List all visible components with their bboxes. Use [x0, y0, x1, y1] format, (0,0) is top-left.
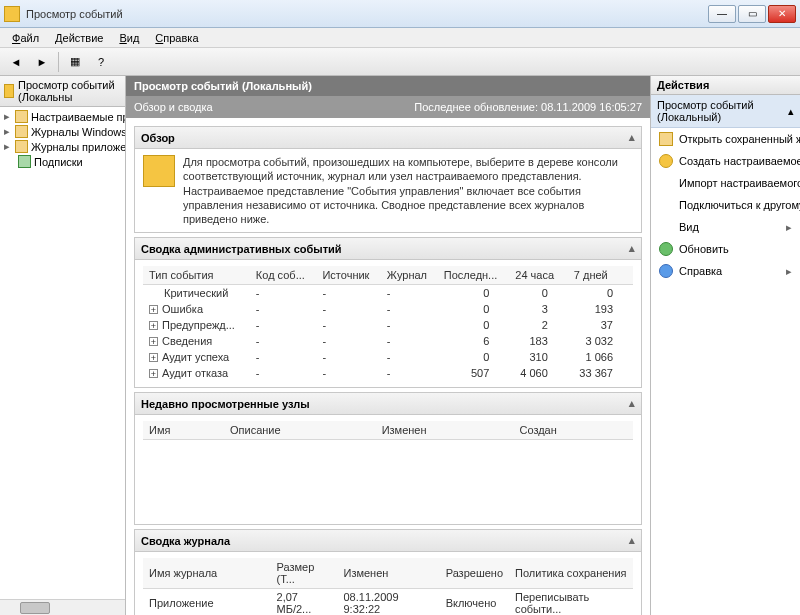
back-button[interactable]: ◄ [4, 51, 28, 73]
table-row[interactable]: Приложение2,07 МБ/2...08.11.2009 9:32:22… [143, 589, 633, 615]
admin-summary-title: Сводка административных событий [141, 243, 342, 255]
close-button[interactable]: ✕ [768, 5, 796, 23]
table-row[interactable]: +Предупрежд...---0237 [143, 317, 633, 333]
column-header[interactable]: Имя журнала [143, 558, 271, 589]
expand-icon[interactable]: + [149, 369, 158, 378]
overview-header: Обзор ▴ [135, 127, 641, 149]
action-label: Вид [679, 221, 699, 233]
column-header[interactable]: Политика сохранения [509, 558, 633, 589]
collapse-icon[interactable]: ▴ [629, 242, 635, 255]
expand-icon[interactable]: + [149, 353, 158, 362]
open-icon [659, 132, 673, 146]
tree-item[interactable]: ▸Журналы Windows [14, 124, 125, 139]
folder-icon [15, 110, 28, 123]
column-header[interactable]: Тип события [143, 266, 250, 285]
admin-summary-table: Тип событияКод соб...ИсточникЖурналПосле… [143, 266, 633, 381]
column-header[interactable]: 24 часа [509, 266, 567, 285]
action-item[interactable]: Справка▸ [651, 260, 800, 282]
chevron-up-icon[interactable]: ▴ [788, 105, 794, 118]
table-row[interactable]: +Сведения---61833 032 [143, 333, 633, 349]
column-header[interactable]: Описание [224, 421, 376, 440]
collapse-icon[interactable]: ▴ [629, 534, 635, 547]
menu-action[interactable]: Действие [47, 30, 111, 46]
toolbar-btn-1[interactable]: ▦ [63, 51, 87, 73]
table-row[interactable]: +Аудит успеха---03101 066 [143, 349, 633, 365]
tree-root-label: Просмотр событий (Локальны [18, 79, 121, 103]
menu-file[interactable]: Файл [4, 30, 47, 46]
content-title: Просмотр событий (Локальный) [126, 76, 650, 96]
action-item[interactable]: Импорт настраиваемого пред... [651, 172, 800, 194]
column-header[interactable]: Код соб... [250, 266, 317, 285]
action-label: Обновить [679, 243, 729, 255]
expand-icon[interactable]: + [149, 305, 158, 314]
content-subtitle: Обзор и сводка [134, 101, 213, 113]
recent-nodes-body: ИмяОписаниеИзмененСоздан [135, 415, 641, 524]
tree-item[interactable]: ▸Журналы приложений и с [14, 139, 125, 154]
log-summary-title: Сводка журнала [141, 535, 230, 547]
chevron-right-icon: ▸ [786, 221, 792, 234]
column-header[interactable]: Журнал [381, 266, 438, 285]
action-item[interactable]: Открыть сохраненный журнал... [651, 128, 800, 150]
column-header[interactable]: Имя [143, 421, 224, 440]
forward-button[interactable]: ► [30, 51, 54, 73]
expand-icon[interactable]: ▸ [4, 140, 10, 153]
table-row[interactable]: Критический---000 [143, 285, 633, 302]
collapse-icon[interactable]: ▴ [629, 397, 635, 410]
overview-panel: Обзор ▴ Для просмотра событий, произошед… [134, 126, 642, 233]
connect-icon [659, 198, 673, 212]
content-body: Обзор ▴ Для просмотра событий, произошед… [126, 118, 650, 615]
action-item[interactable]: Создать настраиваемое предс... [651, 150, 800, 172]
overview-body: Для просмотра событий, произошедших на к… [135, 149, 641, 232]
action-item[interactable]: Обновить [651, 238, 800, 260]
column-header[interactable]: Изменен [376, 421, 514, 440]
actions-context: Просмотр событий (Локальный) ▴ [651, 95, 800, 128]
tree-item-label: Подписки [34, 156, 83, 168]
log-summary-header: Сводка журнала ▴ [135, 530, 641, 552]
column-header[interactable]: Создан [513, 421, 633, 440]
tree-scrollbar[interactable] [0, 599, 126, 615]
view-icon [659, 220, 673, 234]
action-item[interactable]: Вид▸ [651, 216, 800, 238]
minimize-button[interactable]: — [708, 5, 736, 23]
action-label: Справка [679, 265, 722, 277]
expand-icon[interactable]: + [149, 321, 158, 330]
column-header[interactable]: Последн... [438, 266, 510, 285]
expand-icon[interactable]: ▸ [4, 125, 10, 138]
column-header[interactable]: Источник [316, 266, 380, 285]
column-header[interactable]: 7 дней [568, 266, 633, 285]
help-icon [659, 264, 673, 278]
content-pane: Просмотр событий (Локальный) Обзор и сво… [126, 76, 650, 615]
menu-help[interactable]: Справка [147, 30, 206, 46]
expand-icon[interactable]: ▸ [4, 110, 10, 123]
toolbar: ◄ ► ▦ ? [0, 48, 800, 76]
refresh-icon [659, 242, 673, 256]
tree-item-label: Журналы Windows [31, 126, 126, 138]
content-subheader: Обзор и сводка Последнее обновление: 08.… [126, 96, 650, 118]
tree-item-label: Журналы приложений и с [31, 141, 126, 153]
create-icon [659, 154, 673, 168]
recent-nodes-panel: Недавно просмотренные узлы ▴ ИмяОписание… [134, 392, 642, 525]
action-label: Импорт настраиваемого пред... [679, 177, 800, 189]
recent-nodes-header: Недавно просмотренные узлы ▴ [135, 393, 641, 415]
help-icon[interactable]: ? [89, 51, 113, 73]
menu-view[interactable]: Вид [111, 30, 147, 46]
chevron-right-icon: ▸ [786, 265, 792, 278]
column-header[interactable]: Размер (Т... [271, 558, 338, 589]
overview-icon [143, 155, 175, 187]
column-header[interactable]: Разрешено [440, 558, 509, 589]
action-item[interactable]: Подключиться к другому ком... [651, 194, 800, 216]
actions-pane: Действия Просмотр событий (Локальный) ▴ … [650, 76, 800, 615]
tree-root[interactable]: Просмотр событий (Локальны [0, 76, 125, 107]
main-layout: Просмотр событий (Локальны ▸Настраиваемы… [0, 76, 800, 615]
action-label: Подключиться к другому ком... [679, 199, 800, 211]
maximize-button[interactable]: ▭ [738, 5, 766, 23]
collapse-icon[interactable]: ▴ [629, 131, 635, 144]
table-row[interactable]: +Аудит отказа---5074 06033 367 [143, 365, 633, 381]
window-title: Просмотр событий [26, 8, 708, 20]
tree-item[interactable]: ▸Настраиваемые представл [14, 109, 125, 124]
tree-item[interactable]: Подписки [14, 154, 125, 169]
folder-icon [15, 125, 28, 138]
expand-icon[interactable]: + [149, 337, 158, 346]
column-header[interactable]: Изменен [337, 558, 439, 589]
table-row[interactable]: +Ошибка---03193 [143, 301, 633, 317]
